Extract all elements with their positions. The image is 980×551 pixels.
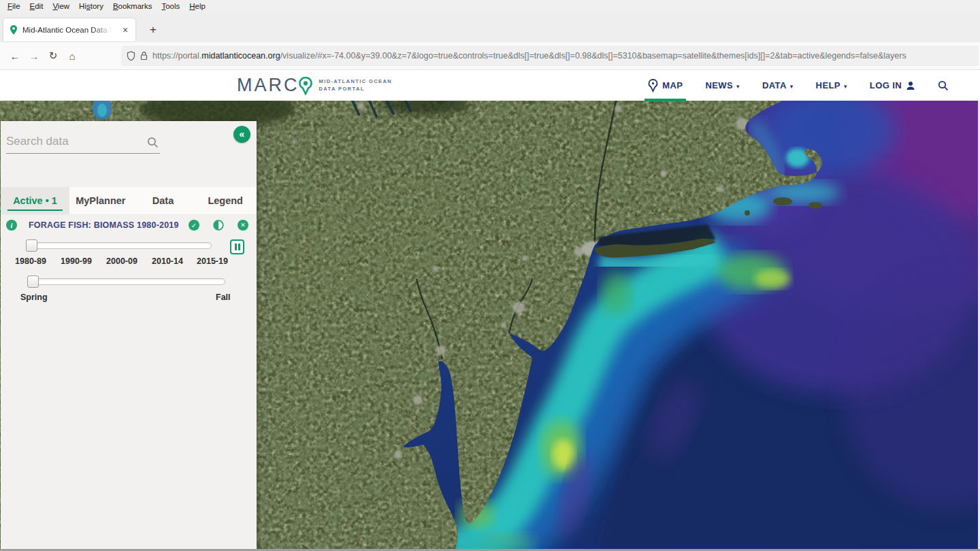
season-label-spring: Spring <box>20 293 48 302</box>
collapse-panel-icon: « <box>240 129 245 139</box>
close-tab-icon[interactable]: × <box>119 24 131 36</box>
layer-remove-icon[interactable]: ✕ <box>238 220 248 231</box>
search-row <box>6 131 160 154</box>
home-icon[interactable]: ⌂ <box>63 46 82 65</box>
layer-info-icon[interactable]: i <box>6 220 17 231</box>
url-prefix: https://portal. <box>152 51 201 61</box>
url-path: /visualize/#x=-74.00&y=39.00&z=7&logo=tr… <box>280 51 906 61</box>
browser-window: File Edit View History Bookmarks Tools H… <box>0 0 980 551</box>
menu-view[interactable]: View <box>48 1 74 11</box>
main-nav: MAP NEWS ▾ DATA ▾ HELP ▾ LOG IN <box>648 79 949 93</box>
menu-file[interactable]: File <box>3 1 25 11</box>
marco-logo-text: MARC <box>237 75 299 96</box>
toolbar: ← → ↻ ⌂ https://portal.midatlanticocean.… <box>0 42 980 70</box>
season-slider[interactable] <box>28 278 225 285</box>
marco-logo[interactable]: MARC Mid-Atlantic Ocean Data Portal <box>237 75 392 96</box>
url-domain: midatlanticocean.org <box>201 51 280 61</box>
tab-active[interactable]: Active • 1 <box>1 187 69 214</box>
search-input[interactable] <box>6 131 160 153</box>
tab-strip: Mid-Atlantic Ocean Data Portal × + <box>0 12 980 42</box>
time-tick-2015: 2015-19 <box>197 256 228 266</box>
site-header: MARC Mid-Atlantic Ocean Data Portal MAP … <box>0 70 980 101</box>
tab-myplanner[interactable]: MyPlanner <box>69 187 132 214</box>
tab-legend[interactable]: Legend <box>194 187 257 214</box>
url-bar[interactable]: https://portal.midatlanticocean.org/visu… <box>121 46 979 66</box>
time-tick-1980: 1980-89 <box>15 256 46 266</box>
nav-map[interactable]: MAP <box>648 79 683 93</box>
season-slider-handle[interactable] <box>27 276 39 288</box>
pause-button[interactable] <box>230 239 244 254</box>
nav-data[interactable]: DATA ▾ <box>762 80 794 90</box>
map-pin-icon <box>648 79 658 93</box>
menu-bookmarks[interactable]: Bookmarks <box>108 1 157 11</box>
panel-tabs: Active • 1 MyPlanner Data Legend <box>1 187 257 215</box>
lock-icon[interactable] <box>140 51 148 61</box>
browser-tab[interactable]: Mid-Atlantic Ocean Data Portal × <box>3 18 135 41</box>
layer-opacity-icon[interactable] <box>213 220 224 231</box>
back-icon[interactable]: ← <box>5 46 24 65</box>
time-tick-1990: 1990-99 <box>61 256 92 266</box>
layer-visibility-check-icon[interactable]: ✓ <box>189 220 199 231</box>
time-slider[interactable] <box>27 242 212 249</box>
logo-tagline: Mid-Atlantic Ocean Data Portal <box>319 78 393 92</box>
time-tick-2000: 2000-09 <box>106 256 137 266</box>
user-icon <box>906 81 915 90</box>
collapse-panel-button[interactable]: « <box>233 126 250 143</box>
menu-tools[interactable]: Tools <box>157 1 184 11</box>
menu-bar: File Edit View History Bookmarks Tools H… <box>0 0 980 12</box>
data-panel: « Active • 1 MyPlanner Data Legend i FOR… <box>1 121 257 549</box>
menu-help[interactable]: Help <box>184 1 210 11</box>
layer-actions: ✓ ✕ <box>189 220 248 231</box>
dropdown-caret-icon: ▾ <box>790 83 794 90</box>
season-label-fall: Fall <box>216 293 231 302</box>
search-icon[interactable] <box>147 137 159 148</box>
nav-news[interactable]: NEWS ▾ <box>705 80 740 90</box>
time-tick-2010: 2010-14 <box>152 256 183 266</box>
layer-title: FORAGE FISH: BIOMASS 1980-2019 <box>29 220 179 230</box>
new-tab-button[interactable]: + <box>144 21 162 39</box>
site-search-icon[interactable] <box>938 80 949 91</box>
tab-title: Mid-Atlantic Ocean Data Portal <box>22 26 112 34</box>
url-text: https://portal.midatlanticocean.org/visu… <box>152 51 906 61</box>
tab-data[interactable]: Data <box>132 187 195 214</box>
time-slider-handle[interactable] <box>26 239 37 252</box>
menu-edit[interactable]: Edit <box>25 1 48 11</box>
forward-icon[interactable]: → <box>24 46 44 65</box>
marco-logo-pin-icon <box>299 77 312 95</box>
menu-history[interactable]: History <box>74 1 108 11</box>
reload-icon[interactable]: ↻ <box>44 46 63 65</box>
shield-icon[interactable] <box>127 51 135 61</box>
dropdown-caret-icon: ▾ <box>736 83 740 90</box>
map-pin-favicon-icon <box>10 25 18 35</box>
active-layer-row: i FORAGE FISH: BIOMASS 1980-2019 ✓ ✕ <box>1 216 257 234</box>
nav-login[interactable]: LOG IN <box>870 80 915 90</box>
nav-help[interactable]: HELP ▾ <box>816 80 847 90</box>
dropdown-caret-icon: ▾ <box>844 83 847 90</box>
